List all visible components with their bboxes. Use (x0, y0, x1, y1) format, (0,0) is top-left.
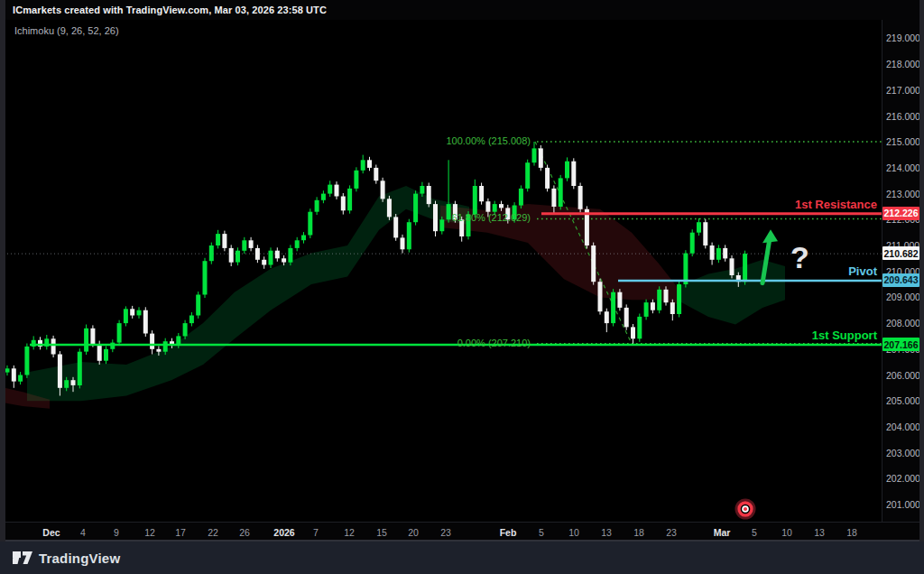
price-axis-tick: 203.000 (882, 448, 919, 458)
question-mark-annotation: ? (790, 240, 809, 275)
time-axis-label: 18 (633, 527, 644, 538)
fib-100-label: 100.00% (215.008) (386, 135, 531, 146)
window-right-edge (919, 0, 924, 542)
time-axis-label: 18 (846, 527, 857, 538)
time-axis-label: 22 (208, 527, 218, 538)
price-axis-tick: 202.000 (882, 473, 919, 484)
price-badge: 210.682 (882, 246, 919, 260)
window-left-edge (0, 0, 5, 542)
pivot-label: Pivot (742, 264, 877, 278)
time-axis-label: 5 (539, 527, 544, 538)
time-axis-label: 23 (666, 527, 677, 538)
time-axis-label: 26 (239, 527, 250, 538)
price-axis-tick: 213.000 (882, 189, 919, 199)
price-axis-tick: 205.000 (882, 395, 919, 406)
up-arrow-head (762, 229, 778, 243)
time-axis-label: 23 (440, 527, 451, 538)
time-axis-label: 17 (175, 527, 186, 538)
price-axis[interactable]: 219.000218.000217.000216.000215.000214.0… (882, 20, 919, 522)
time-axis-label: 9 (114, 527, 119, 538)
fib-618-label: 61.80% (212.029) (386, 212, 531, 223)
time-axis[interactable]: Dec49121722262026712152023Feb510131823Ma… (0, 522, 924, 542)
price-axis-tick: 208.000 (882, 318, 919, 329)
tradingview-chart-window: ICmarkets created with TradingView.com, … (0, 0, 924, 574)
bottom-bar: TradingView (0, 542, 924, 574)
time-axis-label: 7 (313, 527, 319, 538)
time-axis-label: 4 (80, 527, 86, 538)
time-axis-label: 5 (752, 527, 757, 538)
time-axis-label: Mar (714, 527, 731, 538)
price-axis-tick: 209.000 (882, 292, 919, 302)
price-axis-tick: 214.000 (882, 162, 919, 173)
price-axis-tick: 219.000 (882, 32, 919, 43)
time-axis-label: 12 (144, 527, 155, 538)
support-label: 1st Support (742, 329, 877, 342)
chart-titlebar: ICmarkets created with TradingView.com, … (0, 0, 924, 20)
price-badge: 212.226 (882, 207, 919, 220)
tradingview-logo[interactable]: TradingView (13, 549, 120, 567)
time-axis-label: Feb (500, 527, 517, 538)
price-axis-tick: 216.000 (882, 111, 919, 122)
time-axis-label: 13 (601, 527, 612, 538)
price-axis-tick: 201.000 (882, 499, 919, 510)
indicator-label[interactable]: Ichimoku (9, 26, 52, 26) (14, 25, 119, 36)
time-axis-label: 10 (568, 527, 579, 538)
resistance-label: 1st Resistance (742, 198, 877, 211)
time-axis-label: 15 (376, 527, 387, 538)
price-badge: 207.166 (882, 338, 919, 351)
time-axis-label: 2026 (273, 527, 294, 538)
price-badge: 209.643 (882, 273, 919, 287)
time-axis-label: 10 (781, 527, 792, 538)
price-axis-tick: 218.000 (882, 59, 919, 69)
chart-title: ICmarkets created with TradingView.com, … (13, 5, 327, 15)
tradingview-logo-icon (13, 549, 32, 567)
time-axis-label: 12 (344, 527, 355, 538)
record-marker-icon[interactable] (744, 507, 747, 511)
price-axis-tick: 217.000 (882, 85, 919, 96)
price-axis-tick: 204.000 (882, 421, 919, 432)
time-axis-label: 20 (408, 527, 419, 538)
time-axis-label: 13 (814, 527, 825, 538)
time-axis-label: Dec (42, 527, 60, 538)
tradingview-logo-text: TradingView (39, 551, 120, 566)
price-axis-tick: 206.000 (882, 370, 919, 381)
chart-area: Ichimoku (9, 26, 52, 26) 100.00% (215.00… (0, 20, 882, 522)
price-axis-tick: 215.000 (882, 136, 919, 147)
fib-0-label: 0.00% (207.210) (386, 338, 531, 348)
